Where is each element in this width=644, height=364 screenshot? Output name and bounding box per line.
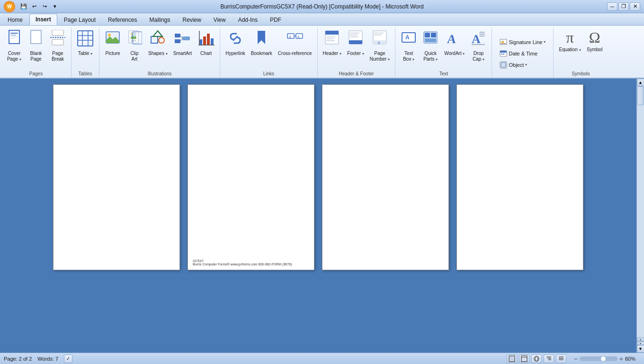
footer-button[interactable]: Footer ▾ (345, 28, 367, 63)
svg-rect-58 (374, 33, 384, 34)
tab-view[interactable]: View (208, 15, 232, 25)
customize-quick-access-button[interactable]: ▾ (50, 2, 60, 11)
symbol-label: Symbol (587, 47, 602, 53)
scroll-track (637, 86, 644, 337)
svg-text:#: # (378, 41, 380, 45)
quick-parts-button[interactable]: QuickParts ▾ (420, 28, 441, 63)
zoom-slider[interactable] (580, 356, 617, 361)
full-screen-view-button[interactable] (519, 355, 529, 363)
close-button[interactable]: ✕ (630, 2, 640, 11)
scroll-split-bottom[interactable]: ▪ (637, 341, 644, 345)
equation-label: Equation ▾ (559, 47, 581, 53)
tab-insert[interactable]: Insert (29, 14, 57, 25)
undo-button[interactable]: ↩ (29, 2, 39, 11)
text-group-label: Text (398, 70, 489, 78)
shapes-label: Shapes ▾ (148, 51, 168, 56)
page-1 (53, 84, 180, 270)
page-break-button[interactable]: PageBreak (47, 28, 68, 63)
tab-mailings[interactable]: Mailings (143, 15, 176, 25)
svg-rect-84 (521, 357, 527, 358)
tab-review[interactable]: Review (177, 15, 206, 25)
draft-view-button[interactable] (556, 355, 566, 363)
bookmark-icon (254, 30, 269, 49)
tab-home[interactable]: Home (2, 15, 28, 25)
scroll-split-top[interactable]: ▪ (637, 337, 644, 341)
scroll-up-button[interactable]: ▲ (637, 79, 644, 86)
object-button[interactable]: Object ▾ (497, 60, 529, 70)
svg-line-31 (180, 38, 182, 41)
svg-rect-47 (326, 36, 336, 37)
smartart-button[interactable]: SmartArt (171, 28, 194, 63)
date-time-button[interactable]: Date & Time (497, 48, 540, 59)
chart-button[interactable]: Chart (195, 28, 217, 63)
ribbon-group-tables: Table ▾ Tables (72, 27, 99, 78)
svg-rect-35 (211, 38, 214, 45)
signature-line-icon: ✍ (500, 38, 507, 46)
vertical-scrollbar[interactable]: ▲ ▪ ▪ ▼ (636, 79, 644, 353)
illustrations-group-items: Picture ClipArt (102, 27, 217, 70)
zoom-thumb[interactable] (600, 356, 606, 362)
smartart-label: SmartArt (173, 51, 192, 56)
window-controls: ─ ❐ ✕ (607, 2, 640, 11)
shapes-button[interactable]: Shapes ▾ (146, 28, 170, 63)
redo-button[interactable]: ↪ (40, 2, 49, 11)
proofing-icon[interactable]: ✓ (64, 355, 72, 363)
bookmark-button[interactable]: Bookmark (249, 28, 275, 63)
ribbon: CoverPage ▾ BlankPage (0, 26, 644, 79)
hyperlink-button[interactable]: Hyperlink (223, 28, 248, 63)
svg-text:A: A (289, 35, 291, 38)
table-button[interactable]: Table ▾ (74, 28, 96, 63)
text-box-button[interactable]: A TextBox ▾ (398, 28, 419, 63)
svg-marker-26 (153, 31, 162, 36)
quick-parts-icon (423, 30, 438, 49)
scroll-thumb[interactable] (637, 86, 644, 105)
zoom-out-button[interactable]: − (574, 355, 578, 363)
svg-rect-63 (425, 33, 430, 37)
svg-text:A: A (447, 32, 457, 46)
header-button[interactable]: Header ▾ (321, 28, 344, 63)
equation-button[interactable]: π Equation ▾ (556, 28, 583, 63)
cross-reference-button[interactable]: A A Cross-reference (276, 28, 314, 63)
footer-icon (348, 30, 363, 49)
wordart-button[interactable]: A WordArt ▾ (442, 28, 467, 63)
tab-references[interactable]: References (102, 15, 143, 25)
symbol-icon: Ω (589, 30, 600, 45)
svg-rect-83 (521, 356, 527, 362)
ribbon-tabs: Home Insert Page Layout References Maili… (0, 13, 644, 26)
ribbon-group-pages: CoverPage ▾ BlankPage (1, 27, 72, 78)
drop-cap-button[interactable]: A DropCap ▾ (468, 28, 489, 63)
illustrations-group-label: Illustrations (102, 70, 217, 78)
tab-pdf[interactable]: PDF (264, 15, 287, 25)
svg-rect-34 (207, 34, 210, 45)
tab-add-ins[interactable]: Add-Ins (233, 15, 263, 25)
cover-page-button[interactable]: CoverPage ▾ (4, 28, 25, 63)
svg-rect-3 (10, 35, 16, 36)
svg-rect-54 (350, 36, 358, 37)
blank-page-button[interactable]: BlankPage (26, 28, 46, 63)
clip-art-button[interactable]: ClipArt (124, 28, 145, 63)
tab-page-layout[interactable]: Page Layout (58, 15, 101, 25)
cross-reference-label: Cross-reference (278, 51, 312, 56)
zoom-in-button[interactable]: + (619, 355, 623, 363)
scroll-down-button[interactable]: ▼ (637, 345, 644, 353)
symbol-button[interactable]: Ω Symbol (584, 28, 605, 63)
minimize-button[interactable]: ─ (607, 2, 617, 11)
print-layout-view-button[interactable] (507, 355, 517, 363)
ribbon-group-links: Hyperlink Bookmark A (220, 27, 317, 78)
zoom-percent: 60% (625, 356, 640, 362)
signature-line-button[interactable]: ✍ Signature Line ▾ (497, 37, 548, 47)
svg-rect-69 (479, 34, 485, 35)
web-layout-view-button[interactable] (531, 355, 542, 363)
picture-button[interactable]: Picture (102, 28, 123, 63)
outline-view-button[interactable] (544, 355, 554, 363)
header-icon (324, 30, 340, 49)
text-box-icon: A (401, 30, 416, 49)
table-label: Table ▾ (78, 51, 93, 56)
bookmark-label: Bookmark (251, 51, 272, 56)
pages-group-items: CoverPage ▾ BlankPage (4, 27, 68, 70)
blank-page-label: BlankPage (30, 51, 42, 62)
page-number-button[interactable]: # PageNumber ▾ (367, 28, 392, 63)
restore-button[interactable]: ❐ (618, 2, 629, 11)
date-time-label: Date & Time (509, 51, 537, 56)
save-button[interactable]: 💾 (19, 2, 28, 11)
